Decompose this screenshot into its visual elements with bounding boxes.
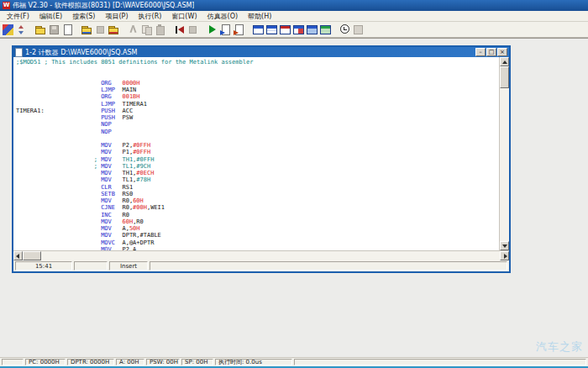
code-line: MOV P1,#0FFH [16, 149, 499, 155]
horizontal-scroll-thumb[interactable] [23, 251, 41, 260]
code-line: MOV A,50H [16, 225, 499, 232]
menu-item-run[interactable]: 执行(R) [134, 12, 167, 21]
code-line: MOV R0,60H [16, 197, 499, 204]
open-file-icon[interactable] [34, 24, 47, 36]
paste-icon [154, 24, 166, 36]
editor-body: ;$MOD51 ; This includes 8051 definitions… [13, 57, 509, 250]
menu-item-file[interactable]: 文件(F) [2, 12, 34, 21]
code-line: INC R0 [16, 212, 499, 218]
source-editor-window: 1-2 计数器 D:\WAVE6000\JSQ.ASM – □ × ;$MOD5… [12, 45, 511, 273]
trace-into-icon[interactable] [219, 24, 232, 36]
code-line: MOVC A,@A+DPTR [16, 239, 499, 246]
step-over-icon[interactable] [233, 24, 245, 36]
horizontal-scrollbar[interactable] [13, 250, 509, 260]
code-line [16, 73, 499, 80]
horizontal-scroll-track[interactable] [41, 251, 500, 260]
scroll-up-icon[interactable] [500, 57, 509, 66]
status-cell-7 [294, 359, 586, 365]
main-statusbar: PC: 0000HDPTR: 0000HA: 00HPSW: 00HSP: 00… [0, 357, 588, 366]
code-line: MOV 60H,R0 [16, 218, 499, 225]
code-line: NOP [16, 121, 499, 128]
status-cell-0 [2, 359, 24, 365]
code-line: ;$MOD51 ; This includes 8051 definitions… [16, 59, 499, 66]
toolbar-separator [200, 24, 205, 35]
code-line: ; MOV TL1,#9CH [16, 163, 499, 170]
editor-minimize-button[interactable]: – [475, 48, 486, 56]
toolbar-separator [121, 24, 126, 35]
code-line: MOV DPTR,#TABLE [16, 232, 499, 239]
status-cell-3: A: 00H [116, 359, 144, 365]
code-line: LJMP TIMERA1 [16, 101, 499, 108]
code-line: ; MOV TH1,#0FFH [16, 156, 499, 163]
close-project-icon [94, 24, 107, 36]
code-line: LJMP MAIN [16, 87, 499, 93]
vertical-scroll-thumb[interactable] [500, 66, 509, 88]
code-line: CJNE R0,#00H,WEI1 [16, 204, 499, 211]
copy-icon [140, 24, 153, 36]
scroll-down-icon[interactable] [500, 241, 509, 250]
code-line: CLR RS1 [16, 184, 499, 191]
code-area[interactable]: ;$MOD51 ; This includes 8051 definitions… [13, 57, 499, 250]
save-project-icon[interactable] [108, 24, 120, 36]
menu-item-emulator[interactable]: 仿真器(O) [202, 12, 244, 21]
editor-status-cell-0: 15:41 [15, 261, 72, 271]
scroll-right-icon[interactable] [500, 251, 509, 260]
cpu-window-icon[interactable] [252, 24, 265, 36]
editor-titlebar[interactable]: 1-2 计数器 D:\WAVE6000\JSQ.ASM – □ × [13, 47, 509, 57]
code-line [16, 66, 499, 72]
status-cell-5: SP: 00H [181, 359, 213, 365]
watch-window-icon[interactable] [279, 24, 291, 36]
new-file-icon[interactable] [61, 24, 74, 36]
sfr-window-icon[interactable] [292, 24, 305, 36]
open-project-icon[interactable] [81, 24, 93, 36]
run-icon[interactable] [206, 24, 218, 36]
editor-title: 1-2 计数器 D:\WAVE6000\JSQ.ASM [25, 48, 475, 57]
toolbar-separator [75, 24, 80, 35]
vertical-scroll-track[interactable] [500, 88, 509, 241]
breakpoint-window-icon[interactable] [319, 24, 332, 36]
menubar: 文件(F)编辑(E)搜索(S)项目(P)执行(R)窗口(W)仿真器(O)帮助(H… [0, 11, 588, 22]
code-line: ORG 001BH [16, 93, 499, 100]
editor-status-cell-1 [74, 261, 108, 271]
code-line: MOV TL1,#78H [16, 176, 499, 183]
save-file-icon [48, 24, 60, 36]
toolbar-separator [29, 24, 34, 35]
editor-status-cell-3 [150, 261, 507, 271]
toolbar [0, 22, 588, 38]
app-logo-icon: W [3, 2, 10, 9]
menu-item-edit[interactable]: 编辑(E) [34, 12, 67, 21]
editor-maximize-button[interactable]: □ [486, 48, 496, 56]
menu-item-help[interactable]: 帮助(H) [243, 12, 276, 21]
code-line: SETB RS0 [16, 191, 499, 197]
logic-analyzer-window-icon[interactable] [306, 24, 318, 36]
pause-icon [186, 24, 199, 36]
reset-icon[interactable] [173, 24, 186, 36]
toolbar-separator [333, 24, 338, 35]
menu-item-project[interactable]: 项目(P) [100, 12, 133, 21]
menu-item-window[interactable]: 窗口(W) [166, 12, 202, 21]
debug-run-icon[interactable] [2, 24, 14, 36]
cut-icon [127, 24, 139, 36]
compile-arrows-icon[interactable] [15, 24, 28, 36]
menu-item-search[interactable]: 搜索(S) [67, 12, 100, 21]
status-cell-2: DPTR: 0000H [67, 359, 114, 365]
help-info-icon [352, 24, 365, 36]
toolbar-separator [167, 24, 172, 35]
scroll-left-icon[interactable] [13, 251, 23, 260]
code-line: ORG 0000H [16, 80, 499, 87]
code-line: PUSH PSW [16, 114, 499, 121]
code-line: MOV TH1,#0ECH [16, 170, 499, 176]
data-window-icon[interactable] [265, 24, 278, 36]
editor-statusbar: 15:41Insert [13, 260, 509, 271]
window-titlebar: W 伟福 V2.30 - 软件模拟器(8031) [D:\WAVE6000\JS… [0, 0, 588, 11]
editor-close-button[interactable]: × [497, 48, 507, 56]
vertical-scrollbar[interactable] [499, 57, 509, 250]
stopwatch-icon[interactable] [339, 24, 351, 36]
status-cell-6: 执行时间: 0.0us [215, 359, 292, 365]
code-line: MOV P2,#0FFH [16, 142, 499, 149]
window-title: 伟福 V2.30 - 软件模拟器(8031) [D:\WAVE6000\JSQ.… [13, 1, 194, 10]
code-line: NOP [16, 129, 499, 135]
editor-window-controls: – □ × [475, 48, 507, 56]
editor-status-cell-2: Insert [109, 261, 148, 271]
toolbar-separator [246, 24, 251, 35]
